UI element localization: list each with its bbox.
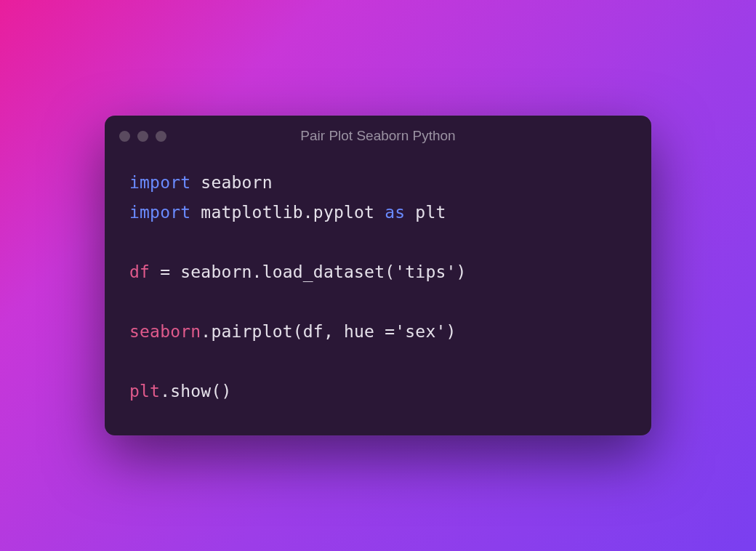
code-line: import matplotlib.pyplot as plt <box>129 198 627 228</box>
code-text: .pairplot(df, hue = <box>201 322 395 341</box>
code-content: import seaborn import matplotlib.pyplot … <box>105 156 651 435</box>
traffic-lights <box>119 131 166 142</box>
code-text: = seaborn.load_dataset( <box>150 262 395 281</box>
titlebar: Pair Plot Seaborn Python <box>105 116 651 156</box>
keyword-import: import <box>129 203 190 222</box>
code-text: .show() <box>160 382 231 401</box>
module-name: seaborn <box>190 173 272 192</box>
maximize-icon[interactable] <box>156 131 166 142</box>
code-line: plt.show() <box>129 377 627 406</box>
close-icon[interactable] <box>119 131 130 142</box>
punctuation: ) <box>446 322 457 341</box>
alias-name: plt <box>405 203 446 222</box>
variable: df <box>129 262 150 281</box>
code-window: Pair Plot Seaborn Python import seaborn … <box>105 116 651 435</box>
variable: seaborn <box>129 322 201 341</box>
code-line: df = seaborn.load_dataset('tips') <box>129 257 627 287</box>
punctuation: ) <box>457 262 467 281</box>
window-title: Pair Plot Seaborn Python <box>300 128 455 144</box>
code-line: seaborn.pairplot(df, hue ='sex') <box>129 317 627 347</box>
code-line: import seaborn <box>129 168 627 198</box>
string-literal: 'sex' <box>395 322 446 341</box>
keyword-import: import <box>129 173 190 192</box>
minimize-icon[interactable] <box>137 131 148 142</box>
string-literal: 'tips' <box>395 262 456 281</box>
blank-line <box>129 287 627 317</box>
variable: plt <box>129 382 160 401</box>
keyword-as: as <box>385 203 405 222</box>
module-name: matplotlib.pyplot <box>190 203 385 222</box>
blank-line <box>129 347 627 377</box>
blank-line <box>129 228 627 257</box>
